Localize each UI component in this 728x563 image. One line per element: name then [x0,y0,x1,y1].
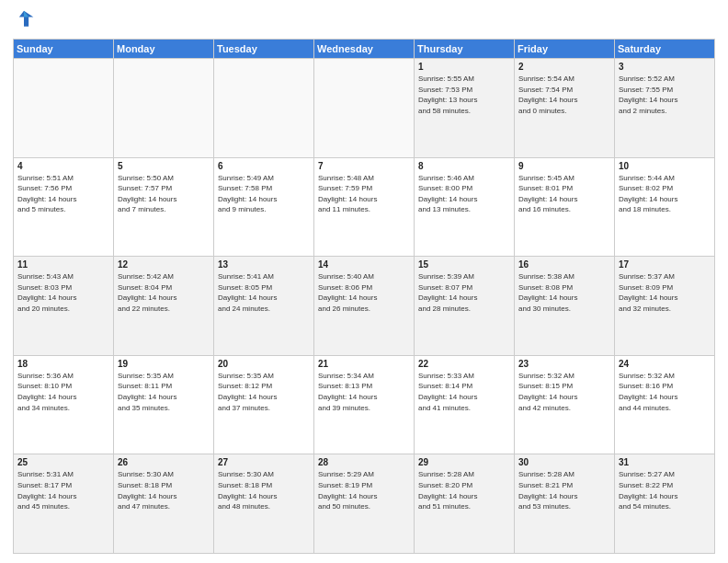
day-number: 11 [17,259,109,270]
calendar-day-cell: 9Sunrise: 5:45 AM Sunset: 8:01 PM Daylig… [515,157,615,257]
day-info-text: Sunrise: 5:37 AM Sunset: 8:09 PM Dayligh… [619,271,711,314]
day-number: 5 [118,161,210,171]
day-number: 9 [518,161,610,171]
calendar-day-cell: 10Sunrise: 5:44 AM Sunset: 8:02 PM Dayli… [615,157,715,257]
calendar-day-cell: 4Sunrise: 5:51 AM Sunset: 7:56 PM Daylig… [14,157,114,257]
day-info-text: Sunrise: 5:27 AM Sunset: 8:22 PM Dayligh… [619,469,711,511]
calendar-day-header: Tuesday [214,40,314,59]
calendar-day-cell: 23Sunrise: 5:32 AM Sunset: 8:15 PM Dayli… [515,355,615,454]
day-info-text: Sunrise: 5:51 AM Sunset: 7:56 PM Dayligh… [17,173,109,215]
day-info-text: Sunrise: 5:38 AM Sunset: 8:08 PM Dayligh… [518,271,610,314]
day-info-text: Sunrise: 5:39 AM Sunset: 8:07 PM Dayligh… [418,271,510,314]
day-info-text: Sunrise: 5:30 AM Sunset: 8:18 PM Dayligh… [218,469,310,511]
day-info-text: Sunrise: 5:40 AM Sunset: 8:06 PM Dayligh… [318,271,410,314]
calendar-day-cell: 21Sunrise: 5:34 AM Sunset: 8:13 PM Dayli… [314,355,415,454]
calendar-day-cell [14,59,114,158]
calendar-day-cell: 15Sunrise: 5:39 AM Sunset: 8:07 PM Dayli… [415,257,515,356]
calendar-day-cell: 18Sunrise: 5:36 AM Sunset: 8:10 PM Dayli… [14,355,114,454]
calendar-day-header: Sunday [14,40,114,59]
calendar-day-cell: 2Sunrise: 5:54 AM Sunset: 7:54 PM Daylig… [515,59,615,158]
day-number: 26 [118,457,210,467]
calendar-day-cell: 27Sunrise: 5:30 AM Sunset: 8:18 PM Dayli… [214,454,314,554]
calendar-week-row: 25Sunrise: 5:31 AM Sunset: 8:17 PM Dayli… [14,454,715,554]
calendar-week-row: 1Sunrise: 5:55 AM Sunset: 7:53 PM Daylig… [14,59,715,158]
day-info-text: Sunrise: 5:32 AM Sunset: 8:15 PM Dayligh… [518,371,610,413]
day-number: 15 [418,259,510,270]
logo-icon [13,9,35,31]
day-info-text: Sunrise: 5:45 AM Sunset: 8:01 PM Dayligh… [518,173,610,215]
calendar-day-header: Saturday [615,40,715,59]
calendar-day-cell [114,59,214,158]
day-number: 8 [418,161,510,171]
day-info-text: Sunrise: 5:35 AM Sunset: 8:11 PM Dayligh… [118,371,210,413]
day-info-text: Sunrise: 5:42 AM Sunset: 8:04 PM Dayligh… [118,271,210,314]
calendar-table: SundayMondayTuesdayWednesdayThursdayFrid… [13,39,715,554]
day-info-text: Sunrise: 5:55 AM Sunset: 7:53 PM Dayligh… [418,74,510,116]
day-number: 10 [619,161,711,171]
day-info-text: Sunrise: 5:30 AM Sunset: 8:18 PM Dayligh… [118,469,210,511]
day-info-text: Sunrise: 5:29 AM Sunset: 8:19 PM Dayligh… [318,469,410,511]
day-number: 20 [218,359,310,369]
day-info-text: Sunrise: 5:36 AM Sunset: 8:10 PM Dayligh… [17,371,109,413]
calendar-day-header: Wednesday [314,40,415,59]
day-number: 3 [619,62,711,72]
day-info-text: Sunrise: 5:54 AM Sunset: 7:54 PM Dayligh… [518,74,610,116]
calendar-day-cell: 8Sunrise: 5:46 AM Sunset: 8:00 PM Daylig… [415,157,515,257]
day-number: 24 [619,359,711,369]
day-number: 7 [318,161,410,171]
day-number: 28 [318,457,410,467]
calendar-day-cell: 5Sunrise: 5:50 AM Sunset: 7:57 PM Daylig… [114,157,214,257]
calendar-day-cell: 25Sunrise: 5:31 AM Sunset: 8:17 PM Dayli… [14,454,114,554]
calendar-day-cell: 22Sunrise: 5:33 AM Sunset: 8:14 PM Dayli… [415,355,515,454]
calendar-day-cell: 28Sunrise: 5:29 AM Sunset: 8:19 PM Dayli… [314,454,415,554]
calendar-day-cell: 19Sunrise: 5:35 AM Sunset: 8:11 PM Dayli… [114,355,214,454]
calendar-day-cell: 13Sunrise: 5:41 AM Sunset: 8:05 PM Dayli… [214,257,314,356]
day-number: 27 [218,457,310,467]
day-number: 17 [619,259,711,270]
calendar-day-cell: 12Sunrise: 5:42 AM Sunset: 8:04 PM Dayli… [114,257,214,356]
day-info-text: Sunrise: 5:46 AM Sunset: 8:00 PM Dayligh… [418,173,510,215]
calendar-week-row: 4Sunrise: 5:51 AM Sunset: 7:56 PM Daylig… [14,157,715,257]
calendar-day-cell: 26Sunrise: 5:30 AM Sunset: 8:18 PM Dayli… [114,454,214,554]
day-info-text: Sunrise: 5:33 AM Sunset: 8:14 PM Dayligh… [418,371,510,413]
calendar-day-cell: 6Sunrise: 5:49 AM Sunset: 7:58 PM Daylig… [214,157,314,257]
calendar-day-cell [214,59,314,158]
day-number: 25 [17,457,109,467]
day-number: 22 [418,359,510,369]
day-info-text: Sunrise: 5:28 AM Sunset: 8:21 PM Dayligh… [518,469,610,511]
calendar-day-header: Thursday [415,40,515,59]
day-info-text: Sunrise: 5:48 AM Sunset: 7:59 PM Dayligh… [318,173,410,215]
calendar-day-cell: 20Sunrise: 5:35 AM Sunset: 8:12 PM Dayli… [214,355,314,454]
calendar-day-header: Monday [114,40,214,59]
calendar-day-cell: 14Sunrise: 5:40 AM Sunset: 8:06 PM Dayli… [314,257,415,356]
day-info-text: Sunrise: 5:35 AM Sunset: 8:12 PM Dayligh… [218,371,310,413]
calendar-day-cell [314,59,415,158]
day-info-text: Sunrise: 5:43 AM Sunset: 8:03 PM Dayligh… [17,271,109,314]
day-info-text: Sunrise: 5:44 AM Sunset: 8:02 PM Dayligh… [619,173,711,215]
calendar-header-row: SundayMondayTuesdayWednesdayThursdayFrid… [14,40,715,59]
day-info-text: Sunrise: 5:32 AM Sunset: 8:16 PM Dayligh… [619,371,711,413]
calendar-day-cell: 30Sunrise: 5:28 AM Sunset: 8:21 PM Dayli… [515,454,615,554]
day-number: 18 [17,359,109,369]
day-info-text: Sunrise: 5:52 AM Sunset: 7:55 PM Dayligh… [619,74,711,116]
day-info-text: Sunrise: 5:31 AM Sunset: 8:17 PM Dayligh… [17,469,109,511]
day-number: 21 [318,359,410,369]
day-number: 13 [218,259,310,270]
calendar-week-row: 18Sunrise: 5:36 AM Sunset: 8:10 PM Dayli… [14,355,715,454]
day-number: 2 [518,62,610,72]
day-info-text: Sunrise: 5:49 AM Sunset: 7:58 PM Dayligh… [218,173,310,215]
calendar-day-cell: 11Sunrise: 5:43 AM Sunset: 8:03 PM Dayli… [14,257,114,356]
calendar-day-cell: 3Sunrise: 5:52 AM Sunset: 7:55 PM Daylig… [615,59,715,158]
svg-marker-0 [19,11,33,27]
calendar-day-cell: 24Sunrise: 5:32 AM Sunset: 8:16 PM Dayli… [615,355,715,454]
logo [13,9,39,31]
day-number: 14 [318,259,410,270]
day-number: 6 [218,161,310,171]
calendar-day-cell: 29Sunrise: 5:28 AM Sunset: 8:20 PM Dayli… [415,454,515,554]
calendar-day-header: Friday [515,40,615,59]
calendar-day-cell: 16Sunrise: 5:38 AM Sunset: 8:08 PM Dayli… [515,257,615,356]
day-number: 12 [118,259,210,270]
day-info-text: Sunrise: 5:50 AM Sunset: 7:57 PM Dayligh… [118,173,210,215]
calendar-day-cell: 31Sunrise: 5:27 AM Sunset: 8:22 PM Dayli… [615,454,715,554]
day-number: 19 [118,359,210,369]
